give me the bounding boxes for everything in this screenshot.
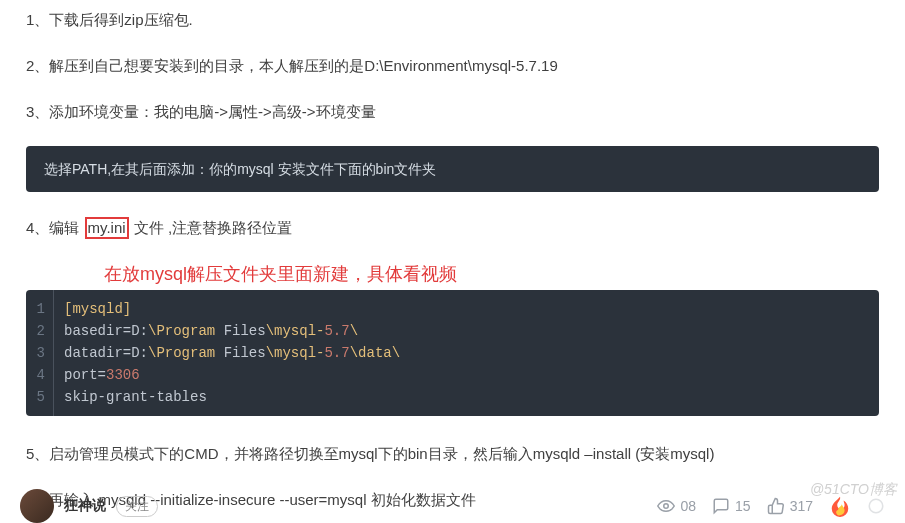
code-row: 1 [mysqld] [26,290,879,320]
eye-icon [657,497,675,515]
comments-stat[interactable]: 15 [712,497,751,515]
code-token: Files [215,323,265,339]
code-token: skip-grant-tables [64,389,207,405]
code-row: 5 skip-grant-tables [26,386,879,416]
code-token: \data\ [350,345,400,361]
code-token: basedir=D: [64,323,148,339]
code-row: 4 port=3306 [26,364,879,386]
code-token: \Program [148,345,215,361]
step-3: 3、添加环境变量：我的电脑->属性->高级->环境变量 [26,100,879,124]
comment-icon [712,497,730,515]
step-4: 4、编辑 my.ini 文件 ,注意替换路径位置 [26,216,879,240]
stats-bar: 08 15 317 [657,495,885,517]
line-number: 3 [26,342,54,364]
avatar[interactable] [20,489,54,523]
views-count: 08 [680,498,696,514]
code-row: 3 datadir=D:\Program Files\mysql-5.7\dat… [26,342,879,364]
step-5: 5、启动管理员模式下的CMD，并将路径切换至mysql下的bin目录，然后输入m… [26,442,879,466]
more-icon[interactable] [867,497,885,515]
code-token: Files [215,345,265,361]
line-number: 2 [26,320,54,342]
code-token: 5.7 [324,345,349,361]
step-4-suffix: 文件 ,注意替换路径位置 [130,219,293,236]
code-token: 3306 [106,367,140,383]
step-1: 1、下载后得到zip压缩包. [26,8,879,32]
code-token: \mysql- [266,345,325,361]
code-token: [mysqld] [64,301,131,317]
line-number: 5 [26,386,54,416]
svg-point-0 [664,504,669,509]
likes-count: 317 [790,498,813,514]
code-token: port= [64,367,106,383]
svg-point-1 [869,499,883,513]
red-annotation: 在放mysql解压文件夹里面新建，具体看视频 [104,262,879,286]
follow-button[interactable]: 关注 [116,496,158,517]
comments-count: 15 [735,498,751,514]
article-footer: 狂神说 关注 08 15 317 [0,483,905,523]
code-token: \Program [148,323,215,339]
views-stat[interactable]: 08 [657,497,696,515]
myini-highlight: my.ini [85,217,129,239]
line-number: 1 [26,290,54,320]
code-token: datadir=D: [64,345,148,361]
step-2: 2、解压到自己想要安装到的目录，本人解压到的是D:\Environment\my… [26,54,879,78]
thumbs-up-icon [767,497,785,515]
code-row: 2 basedir=D:\Program Files\mysql-5.7\ [26,320,879,342]
step-4-prefix: 4、编辑 [26,219,84,236]
line-number: 4 [26,364,54,386]
code-token: 5.7 [324,323,349,339]
author-name[interactable]: 狂神说 [64,497,106,515]
fire-icon[interactable] [829,495,851,517]
path-note-block: 选择PATH,在其后面添加：你的mysql 安装文件下面的bin文件夹 [26,146,879,192]
code-token: \mysql- [266,323,325,339]
likes-stat[interactable]: 317 [767,497,813,515]
code-token: \ [350,323,358,339]
code-block: 1 [mysqld] 2 basedir=D:\Program Files\my… [26,290,879,416]
